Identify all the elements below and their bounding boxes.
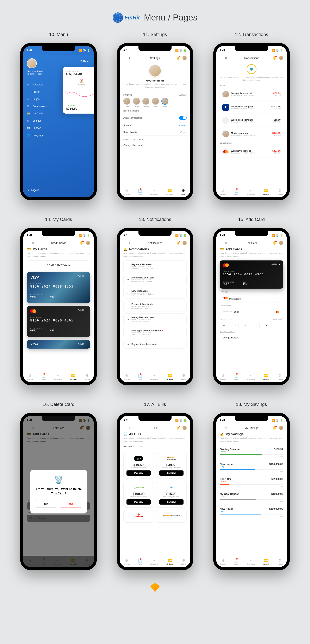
logout-button[interactable]: ↪ Logout <box>27 189 39 192</box>
avatar[interactable] <box>279 426 283 430</box>
nav-settings[interactable]: ⚙Settings <box>278 188 283 195</box>
cvv-input[interactable]: 734 <box>262 322 283 329</box>
menu-icon[interactable]: ≡ <box>225 242 227 244</box>
credit-card-visa-peek[interactable]: ✎ Edit✕ VISA <box>27 340 90 348</box>
nav-components[interactable]: ✂Components <box>150 558 159 565</box>
sounds-value[interactable]: Aurora <box>179 124 185 126</box>
friend-avatar[interactable]: Paul <box>161 98 168 107</box>
menu-icon[interactable]: ≡ <box>32 242 34 244</box>
saving-row[interactable]: My Goal DepositDeposit$18900.0058% <box>220 490 283 505</box>
back-icon[interactable]: ← <box>123 56 126 59</box>
close-icon[interactable]: ✕ <box>86 309 87 311</box>
close-button[interactable]: ✕ Close <box>80 60 89 62</box>
bell-icon[interactable]: 🔔 <box>273 426 276 430</box>
nav-settings[interactable]: ⚙Settings <box>84 374 90 380</box>
nav-pages[interactable]: 📄Pages <box>138 558 142 565</box>
transaction-row[interactable]: PWordPress TemplateTransaction ID: 39ER1… <box>220 102 283 113</box>
back-icon[interactable]: ← <box>123 242 126 244</box>
add-friend-link[interactable]: Add new <box>179 94 187 96</box>
exp-month-select[interactable]: 07⌄ <box>220 322 239 329</box>
modal-no-button[interactable]: NO <box>35 500 57 508</box>
nav-pages[interactable]: 📄Pages <box>234 374 239 380</box>
repeat-value[interactable]: Once <box>180 131 185 134</box>
bell-icon[interactable]: 🔔 <box>273 56 276 60</box>
bell-icon[interactable]: 🔔 <box>176 426 180 430</box>
bell-icon[interactable]: 🔔 <box>176 241 180 244</box>
saving-row[interactable]: Sport CarLifestyle$42,000.0015% <box>220 475 283 490</box>
saving-row[interactable]: New HouseLiving$100,000.0065% <box>220 505 283 520</box>
menu-icon[interactable]: ≡ <box>129 56 130 59</box>
exp-year-select[interactable]: 21⌄ <box>241 322 260 329</box>
notification-row[interactable]: ↓Payment ReceivedLorem ipsum dolor sit a… <box>123 260 187 272</box>
allow-notifications-toggle[interactable] <box>179 116 187 120</box>
delete-modal-overlay[interactable]: 🗑️ Are You Sure, You Want To Delete This… <box>23 416 94 567</box>
nav-overview[interactable]: ⊕Overview <box>220 558 226 565</box>
nav-mycards[interactable]: 💳My Cards <box>167 374 173 380</box>
notification-row[interactable]: →Money has been sentLorem ipsum dolor si… <box>123 314 187 325</box>
edit-card-icon[interactable]: ✎ Edit <box>78 343 84 345</box>
change-username[interactable]: Change Username <box>123 144 142 146</box>
info-icon[interactable]: ⓘ <box>281 318 283 320</box>
nav-mycards[interactable]: 💳My Cards <box>167 558 173 565</box>
transaction-row[interactable]: Web DevelopmentTransaction ID: 39ER45342… <box>220 146 283 158</box>
nav-components[interactable]: ✂Components <box>54 374 62 380</box>
notification-row[interactable]: ↓Payment Received ●Lorem ipsum dolor sit… <box>123 300 187 312</box>
menu-item-pages[interactable]: ◇Pages <box>27 95 68 102</box>
profile-avatar[interactable] <box>149 64 161 77</box>
transaction-row[interactable]: Marie LoransenTransaction ID: 39ER12562D… <box>220 128 283 140</box>
close-icon[interactable]: ✕ <box>86 275 87 277</box>
back-icon[interactable]: ← <box>27 242 29 244</box>
nav-overview[interactable]: ⊕Overview <box>124 188 130 195</box>
pay-now-button[interactable]: Pay Now <box>159 500 184 504</box>
transaction-row[interactable]: George AmashukeliTransaction ID: 39ER125… <box>220 88 283 100</box>
transaction-row[interactable]: WordPress TemplateTransaction ID: 39ER12… <box>220 115 283 126</box>
avatar[interactable] <box>86 241 90 245</box>
menu-item-profile[interactable]: 👤Profile <box>27 88 68 95</box>
nav-components[interactable]: ✂Components <box>150 188 158 195</box>
tab-waiting[interactable]: WAITING ✓ <box>123 446 135 449</box>
pay-now-button[interactable]: Pay Now <box>126 470 151 476</box>
nav-settings[interactable]: ⚙Settings <box>278 558 283 565</box>
nav-pages[interactable]: 📄Pages <box>234 558 239 565</box>
saving-row[interactable]: Gaming ConsoleGaming$189.9967% <box>220 446 283 460</box>
credit-card-visa[interactable]: ✎ Edit✕ VISA CARD NUMBER 8156 9624 0018 … <box>27 272 90 303</box>
back-icon[interactable]: ← <box>220 242 222 244</box>
avatar[interactable] <box>27 58 37 68</box>
modal-yes-button[interactable]: YES <box>60 500 82 508</box>
notification-row[interactable]: →Money has been sentLorem ipsum dolor si… <box>123 274 187 285</box>
nav-pages[interactable]: 📄Pages <box>138 374 142 380</box>
card-type-select[interactable]: MasterCard⌄ <box>220 294 283 302</box>
nav-mycards[interactable]: 💳My Cards <box>166 188 173 195</box>
notification-row[interactable]: ↓Messages From CredoBank ●Lorem ipsum do… <box>123 327 187 338</box>
nav-pages[interactable]: 📄Pages <box>138 188 142 195</box>
menu-item-support[interactable]: ☎Support <box>27 124 68 132</box>
friend-avatar[interactable]: Mayo <box>152 98 159 107</box>
back-icon[interactable]: ← <box>220 56 222 59</box>
nav-settings[interactable]: ⚙Settings <box>181 374 186 380</box>
friend-avatar[interactable]: Laura <box>123 98 130 107</box>
nav-overview[interactable]: ⊕Overview <box>124 558 130 565</box>
menu-item-language[interactable]: 🌐Language <box>27 132 68 139</box>
nav-overview[interactable]: ⊕Overview <box>27 374 33 380</box>
pay-now-button[interactable]: Pay Now <box>159 470 184 476</box>
nav-settings[interactable]: ⚙Settings <box>181 558 186 565</box>
menu-icon[interactable]: ≡ <box>225 56 227 59</box>
nav-pages[interactable]: 📄Pages <box>41 374 46 380</box>
menu-icon[interactable]: ≡ <box>129 426 130 429</box>
menu-item-overview[interactable]: ⊕Overview <box>27 81 68 88</box>
saving-row[interactable]: New HouseLiving$100,000.0055% <box>220 460 283 475</box>
nav-settings[interactable]: ⚙Settings <box>181 188 186 195</box>
nav-pages[interactable]: 📄Pages <box>234 188 239 195</box>
menu-icon[interactable]: ≡ <box>129 242 130 244</box>
notification-row[interactable]: →Payment has been sent› <box>123 340 187 348</box>
back-icon[interactable]: ← <box>220 426 222 429</box>
add-new-card-button[interactable]: + ADD A NEW CARD <box>27 260 90 269</box>
nav-settings[interactable]: ⚙Settings <box>278 374 283 380</box>
avatar[interactable] <box>183 56 187 60</box>
nav-overview[interactable]: ⊕Overview <box>220 374 226 380</box>
menu-item-settings[interactable]: ⚙Settings <box>27 117 68 124</box>
edit-card-icon[interactable]: ✎ Edit <box>78 309 84 311</box>
nav-components[interactable]: ✂Components <box>150 374 159 380</box>
pay-now-button[interactable]: Pay Now <box>126 500 151 504</box>
menu-item-components[interactable]: ⊞Components <box>27 102 68 110</box>
